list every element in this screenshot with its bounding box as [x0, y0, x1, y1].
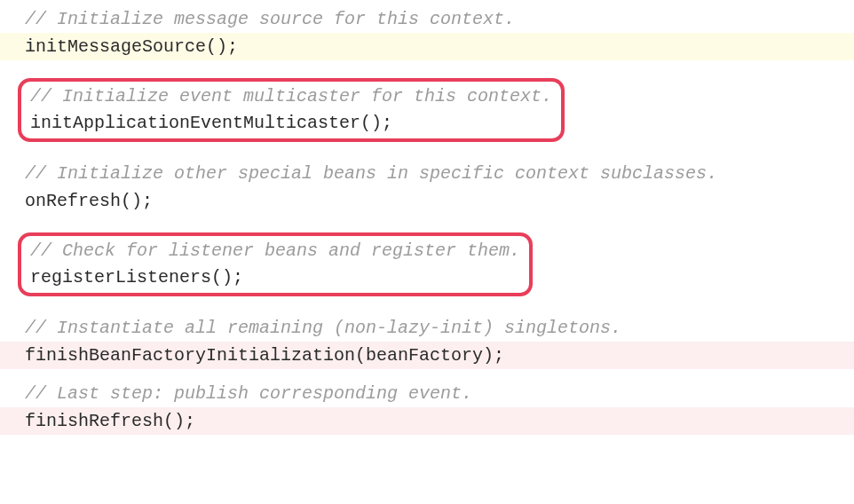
- highlighted-box-1: // Initialize event multicaster for this…: [18, 78, 565, 142]
- code-line-highlight-pink: finishBeanFactoryInitialization(beanFact…: [0, 342, 854, 369]
- code-section-6: // Last step: publish corresponding even…: [0, 380, 854, 407]
- code-line: initMessageSource();: [25, 33, 854, 60]
- code-line: registerListeners();: [30, 264, 520, 291]
- comment-line: // Last step: publish corresponding even…: [25, 380, 854, 407]
- comment-line: // Initialize message source for this co…: [25, 5, 854, 33]
- highlighted-box-2: // Check for listener beans and register…: [18, 232, 533, 296]
- comment-line: // Check for listener beans and register…: [30, 238, 520, 264]
- code-section-1: // Initialize message source for this co…: [0, 5, 854, 33]
- code-section-5: // Instantiate all remaining (non-lazy-i…: [0, 314, 854, 342]
- comment-line: // Initialize other special beans in spe…: [25, 160, 854, 187]
- code-line: onRefresh();: [25, 187, 854, 215]
- code-section-3: // Initialize other special beans in spe…: [0, 160, 854, 215]
- code-line-highlight-pink: finishRefresh();: [0, 407, 854, 435]
- code-line: finishBeanFactoryInitialization(beanFact…: [25, 342, 854, 369]
- code-line: initApplicationEventMulticaster();: [30, 110, 552, 137]
- comment-line: // Instantiate all remaining (non-lazy-i…: [25, 314, 854, 342]
- code-line-highlight-yellow: initMessageSource();: [0, 33, 854, 60]
- code-line: finishRefresh();: [25, 407, 854, 435]
- comment-line: // Initialize event multicaster for this…: [30, 83, 552, 110]
